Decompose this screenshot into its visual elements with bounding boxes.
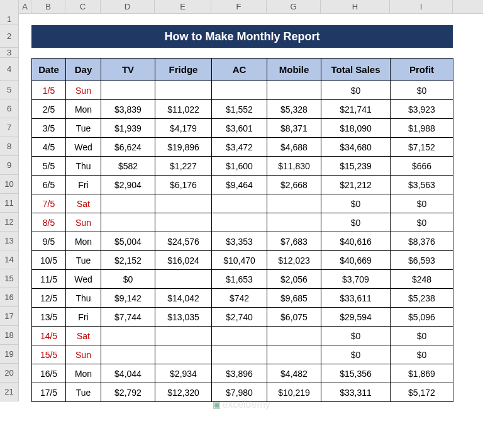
header-tv[interactable]: TV xyxy=(101,59,155,81)
cell-day[interactable]: Sun xyxy=(66,213,101,232)
cell-mobile[interactable]: $5,328 xyxy=(267,100,321,119)
cell-ac[interactable]: $742 xyxy=(212,289,267,308)
cell-ac[interactable] xyxy=(212,81,267,100)
cell-day[interactable]: Mon xyxy=(66,100,101,119)
cell-mobile[interactable] xyxy=(267,213,321,232)
cell-day[interactable]: Sat xyxy=(66,327,101,345)
col-header-i[interactable]: I xyxy=(390,0,453,13)
cell-day[interactable]: Sat xyxy=(66,194,101,213)
cell-total[interactable]: $0 xyxy=(321,213,391,232)
cell-profit[interactable]: $1,988 xyxy=(391,119,453,138)
cell-tv[interactable]: $7,744 xyxy=(101,308,155,327)
cell-day[interactable]: Fri xyxy=(66,308,101,327)
cell-fridge[interactable] xyxy=(155,81,212,100)
cell-mobile[interactable]: $7,683 xyxy=(267,232,321,251)
cell-profit[interactable]: $5,172 xyxy=(391,383,453,402)
header-ac[interactable]: AC xyxy=(212,59,267,81)
col-header-h[interactable]: H xyxy=(321,0,390,13)
cell-date[interactable]: 5/5 xyxy=(32,157,66,176)
row-header[interactable]: 16 xyxy=(0,288,18,307)
cell-date[interactable]: 11/5 xyxy=(32,270,66,289)
cell-mobile[interactable]: $8,371 xyxy=(267,119,321,138)
cell-date[interactable]: 16/5 xyxy=(32,364,66,383)
cell-mobile[interactable] xyxy=(267,81,321,100)
row-header[interactable]: 4 xyxy=(0,58,18,81)
cell-mobile[interactable] xyxy=(267,194,321,213)
cell-ac[interactable] xyxy=(212,327,267,345)
cell-total[interactable]: $29,594 xyxy=(321,308,391,327)
cell-day[interactable]: Fri xyxy=(66,176,101,194)
cell-date[interactable]: 8/5 xyxy=(32,213,66,232)
header-total[interactable]: Total Sales xyxy=(321,59,391,81)
cell-tv[interactable]: $2,792 xyxy=(101,383,155,402)
row-header[interactable]: 7 xyxy=(0,118,18,137)
cell-mobile[interactable]: $4,482 xyxy=(267,364,321,383)
cell-mobile[interactable]: $2,668 xyxy=(267,176,321,194)
cell-date[interactable]: 12/5 xyxy=(32,289,66,308)
cell-tv[interactable]: $3,839 xyxy=(101,100,155,119)
cell-ac[interactable]: $2,740 xyxy=(212,308,267,327)
cell-profit[interactable]: $5,238 xyxy=(391,289,453,308)
cell-date[interactable]: 7/5 xyxy=(32,194,66,213)
cell-tv[interactable]: $4,044 xyxy=(101,364,155,383)
cell-mobile[interactable]: $12,023 xyxy=(267,251,321,270)
cell-date[interactable]: 15/5 xyxy=(32,345,66,364)
row-header[interactable]: 18 xyxy=(0,326,18,345)
cell-tv[interactable]: $2,152 xyxy=(101,251,155,270)
row-header[interactable]: 8 xyxy=(0,137,18,156)
header-day[interactable]: Day xyxy=(66,59,101,81)
cell-total[interactable]: $18,090 xyxy=(321,119,391,138)
cell-total[interactable]: $15,356 xyxy=(321,364,391,383)
cell-fridge[interactable]: $6,176 xyxy=(155,176,212,194)
col-header-a[interactable]: A xyxy=(19,0,31,13)
cell-tv[interactable] xyxy=(101,345,155,364)
select-all-corner[interactable] xyxy=(0,0,19,14)
cell-day[interactable]: Thu xyxy=(66,289,101,308)
cell-total[interactable]: $33,311 xyxy=(321,383,391,402)
cell-total[interactable]: $0 xyxy=(321,81,391,100)
cell-ac[interactable] xyxy=(212,213,267,232)
cell-fridge[interactable] xyxy=(155,194,212,213)
cell-tv[interactable]: $9,142 xyxy=(101,289,155,308)
cell-total[interactable]: $21,212 xyxy=(321,176,391,194)
cell-total[interactable]: $34,680 xyxy=(321,138,391,157)
row-header[interactable]: 15 xyxy=(0,269,18,288)
cell-profit[interactable]: $8,376 xyxy=(391,232,453,251)
cell-day[interactable]: Mon xyxy=(66,232,101,251)
cell-day[interactable]: Tue xyxy=(66,251,101,270)
cell-profit[interactable]: $0 xyxy=(391,194,453,213)
cell-date[interactable]: 14/5 xyxy=(32,327,66,345)
header-mobile[interactable]: Mobile xyxy=(267,59,321,81)
row-header[interactable]: 1 xyxy=(0,14,18,25)
row-header[interactable]: 3 xyxy=(0,48,18,58)
cell-total[interactable]: $40,616 xyxy=(321,232,391,251)
header-profit[interactable]: Profit xyxy=(391,59,453,81)
cell-fridge[interactable] xyxy=(155,327,212,345)
cell-profit[interactable]: $1,869 xyxy=(391,364,453,383)
row-header[interactable]: 9 xyxy=(0,156,18,175)
cell-ac[interactable] xyxy=(212,194,267,213)
row-header[interactable]: 19 xyxy=(0,345,18,364)
cell-mobile[interactable]: $10,219 xyxy=(267,383,321,402)
cell-mobile[interactable] xyxy=(267,345,321,364)
cell-fridge[interactable]: $13,035 xyxy=(155,308,212,327)
header-fridge[interactable]: Fridge xyxy=(155,59,212,81)
cell-fridge[interactable]: $14,042 xyxy=(155,289,212,308)
cell-ac[interactable]: $1,600 xyxy=(212,157,267,176)
cell-total[interactable]: $40,669 xyxy=(321,251,391,270)
col-header-d[interactable]: D xyxy=(101,0,155,13)
cell-profit[interactable]: $248 xyxy=(391,270,453,289)
cell-ac[interactable]: $3,896 xyxy=(212,364,267,383)
cell-fridge[interactable]: $12,320 xyxy=(155,383,212,402)
cell-tv[interactable] xyxy=(101,81,155,100)
cell-ac[interactable]: $1,552 xyxy=(212,100,267,119)
cell-date[interactable]: 10/5 xyxy=(32,251,66,270)
row-header[interactable]: 2 xyxy=(0,25,18,48)
cell-mobile[interactable]: $11,830 xyxy=(267,157,321,176)
row-header[interactable]: 13 xyxy=(0,232,18,250)
cell-tv[interactable]: $5,004 xyxy=(101,232,155,251)
cell-fridge[interactable]: $1,227 xyxy=(155,157,212,176)
cell-total[interactable]: $33,611 xyxy=(321,289,391,308)
row-header[interactable]: 21 xyxy=(0,383,18,401)
cell-profit[interactable]: $0 xyxy=(391,345,453,364)
